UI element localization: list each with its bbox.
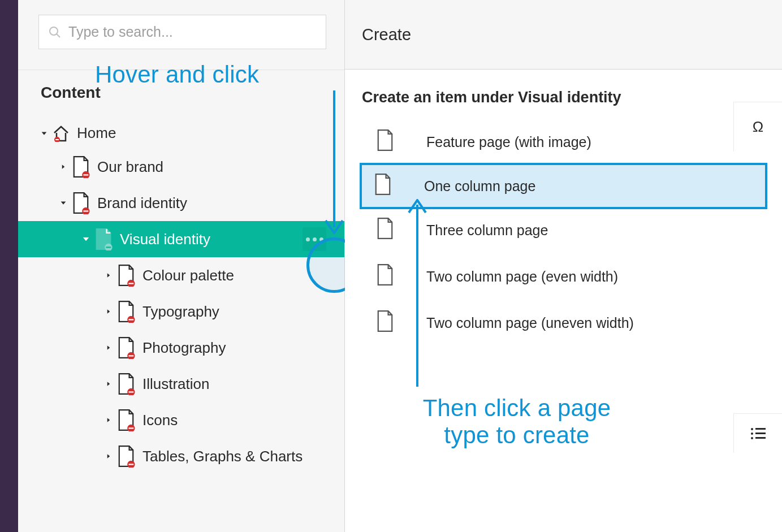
page-type-two-column-even[interactable]: Two column page (even width)	[362, 253, 765, 300]
page-unpublished-icon	[116, 373, 136, 395]
tree-item-label: Tables, Graphs & Charts	[142, 448, 303, 465]
svg-rect-5	[83, 174, 88, 175]
annotation-arrow-line	[333, 90, 335, 227]
caret-right-icon	[103, 417, 114, 423]
toolbar-omega-button[interactable]: Ω	[733, 102, 782, 152]
annotation-arrowhead	[323, 219, 345, 235]
svg-rect-15	[128, 355, 133, 356]
dot-icon	[306, 237, 310, 241]
page-unpublished-icon	[116, 300, 136, 323]
tree-item-label: Brand identity	[97, 194, 187, 212]
create-panel-title: Create	[345, 0, 782, 70]
tree-item-illustration[interactable]: Illustration	[18, 366, 344, 402]
editor-toolbar-strip: Ω	[733, 0, 782, 532]
page-icon	[375, 217, 395, 243]
tree-item-label: Icons	[142, 412, 178, 429]
page-unpublished-icon	[71, 155, 90, 178]
left-app-rail	[0, 0, 18, 532]
svg-rect-21	[128, 464, 133, 465]
svg-point-22	[751, 428, 753, 430]
omega-icon: Ω	[753, 118, 763, 136]
annotation-arrow-line	[416, 205, 418, 387]
page-type-label: One column page	[424, 178, 535, 194]
page-type-label: Two column page (even width)	[426, 269, 618, 285]
tree-item-label: Our brand	[97, 158, 163, 176]
create-panel: Create Create an item under Visual ident…	[345, 0, 782, 532]
page-icon	[375, 263, 395, 289]
caret-down-icon	[38, 129, 50, 137]
caret-right-icon	[103, 308, 114, 315]
sidebar-section-title: Content	[18, 70, 344, 107]
page-unpublished-icon	[71, 192, 90, 214]
tree-item-tables-graphs-charts[interactable]: Tables, Graphs & Charts	[18, 438, 344, 474]
page-type-label: Feature page (with image)	[426, 134, 591, 150]
tree-item-typography[interactable]: Typography	[18, 293, 344, 330]
page-icon	[373, 173, 392, 199]
tree-item-label: Colour palette	[142, 267, 234, 284]
svg-rect-7	[83, 210, 88, 211]
svg-rect-9	[106, 246, 111, 248]
svg-rect-3	[55, 139, 59, 140]
tree-item-our-brand[interactable]: Our brand	[18, 149, 344, 185]
tree-item-label: Visual identity	[120, 231, 210, 248]
svg-point-24	[751, 432, 753, 435]
tree-item-visual-identity[interactable]: Visual identity	[18, 221, 344, 257]
svg-rect-11	[128, 283, 133, 284]
page-unpublished-icon	[116, 264, 136, 287]
search-icon	[48, 25, 62, 39]
page-type-feature-page[interactable]: Feature page (with image)	[362, 119, 765, 165]
page-type-two-column-uneven[interactable]: Two column page (uneven width)	[362, 300, 765, 346]
tree-item-brand-identity[interactable]: Brand identity	[18, 185, 344, 221]
svg-rect-17	[128, 391, 133, 392]
caret-down-icon	[58, 199, 69, 207]
tree-item-label: Illustration	[142, 375, 210, 393]
tree-item-colour-palette[interactable]: Colour palette	[18, 257, 344, 293]
svg-point-0	[50, 27, 58, 35]
tree-item-home[interactable]: Home	[18, 118, 344, 149]
search-input-wrap[interactable]	[38, 15, 326, 49]
tree-item-label: Typography	[142, 303, 219, 321]
svg-point-26	[751, 437, 753, 439]
caret-right-icon	[103, 272, 114, 279]
page-unpublished-icon	[116, 336, 136, 359]
caret-right-icon	[103, 380, 114, 387]
page-icon	[375, 310, 395, 336]
caret-right-icon	[103, 453, 114, 460]
tree-item-label: Home	[77, 124, 116, 142]
numbered-list-icon	[750, 427, 766, 440]
page-type-label: Two column page (uneven width)	[426, 315, 634, 331]
annotation-then-click-line1: Then click a page	[375, 395, 658, 422]
annotation-then-click-line2: type to create	[375, 422, 658, 449]
tree-item-icons[interactable]: Icons	[18, 402, 344, 438]
tree-item-photography[interactable]: Photography	[18, 330, 344, 366]
page-unpublished-icon	[116, 445, 136, 468]
svg-rect-19	[128, 427, 133, 429]
annotation-arrowhead-up	[407, 199, 428, 215]
page-type-label: Three column page	[426, 222, 548, 239]
home-icon	[52, 125, 70, 142]
tree-item-label: Photography	[142, 339, 226, 357]
page-icon	[94, 228, 113, 250]
svg-rect-27	[755, 437, 766, 439]
dot-icon	[313, 237, 317, 241]
create-under-heading: Create an item under Visual identity	[362, 89, 765, 106]
caret-right-icon	[103, 344, 114, 351]
search-input[interactable]	[68, 24, 317, 40]
svg-line-1	[57, 34, 60, 37]
caret-down-icon	[80, 235, 92, 243]
svg-rect-13	[128, 319, 133, 320]
page-unpublished-icon	[116, 409, 136, 431]
svg-rect-25	[755, 432, 766, 434]
svg-rect-23	[755, 428, 766, 430]
content-tree-sidebar: Content Home	[18, 0, 345, 532]
caret-right-icon	[58, 163, 69, 170]
page-icon	[375, 129, 395, 155]
toolbar-list-button[interactable]	[733, 413, 782, 453]
